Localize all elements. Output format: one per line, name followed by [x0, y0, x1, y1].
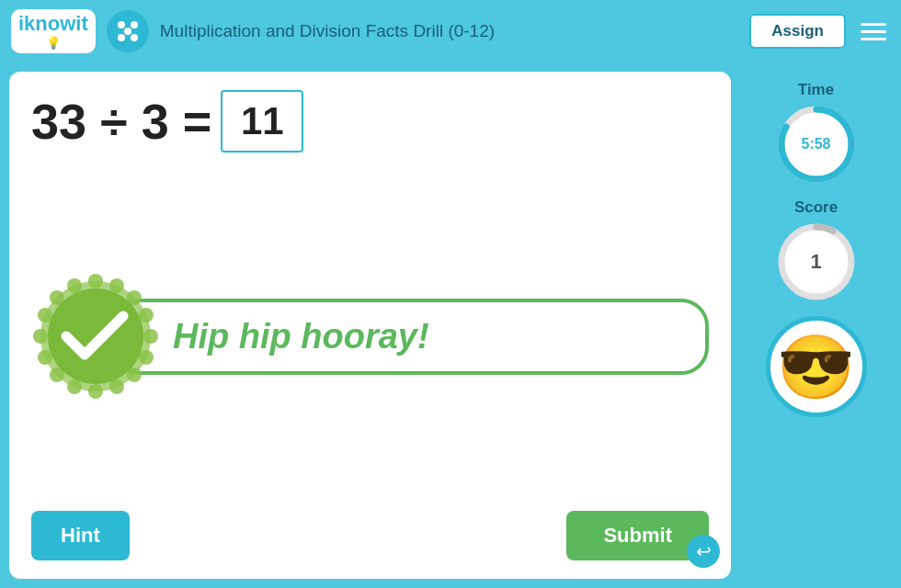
badge-icon — [31, 272, 160, 401]
hint-button[interactable]: Hint — [31, 511, 130, 560]
back-button[interactable]: ↩ — [687, 535, 720, 568]
svg-point-10 — [143, 329, 158, 344]
logo-icon: 💡 — [46, 36, 61, 50]
svg-point-18 — [33, 329, 48, 344]
activity-dots-icon — [114, 17, 142, 45]
time-label: Time — [798, 81, 834, 99]
equation-row: 33 ÷ 3 = 11 — [31, 90, 709, 153]
score-value: 1 — [810, 250, 821, 274]
hamburger-line-2 — [861, 30, 886, 33]
celebration-area: Hip hip hooray! — [31, 180, 709, 492]
logo: iknowit 💡 — [11, 9, 96, 52]
left-panel: 33 ÷ 3 = 11 — [9, 72, 731, 579]
menu-button[interactable] — [857, 19, 890, 44]
emoji-icon: 😎 — [777, 335, 855, 398]
answer-value: 11 — [241, 99, 284, 143]
svg-point-14 — [88, 384, 103, 399]
svg-point-9 — [139, 308, 154, 322]
activity-icon — [107, 10, 149, 52]
back-icon: ↩ — [696, 540, 712, 562]
svg-point-1 — [131, 21, 138, 28]
assign-button[interactable]: Assign — [749, 14, 846, 49]
header: iknowit 💡 Multiplication and Division Fa… — [0, 0, 901, 62]
hamburger-line-3 — [861, 38, 886, 40]
emoji-display: 😎 — [766, 316, 867, 417]
hooray-banner: Hip hip hooray! — [114, 299, 709, 375]
score-label: Score — [794, 198, 838, 217]
hamburger-line-1 — [861, 23, 886, 26]
timer-value: 5:58 — [801, 136, 830, 153]
svg-point-3 — [131, 34, 138, 41]
svg-point-4 — [124, 28, 131, 35]
score-section: Score 1 — [775, 198, 858, 303]
svg-point-13 — [109, 379, 124, 394]
svg-point-6 — [88, 274, 103, 288]
svg-point-15 — [67, 379, 82, 394]
svg-point-2 — [118, 34, 125, 41]
badge-container — [31, 272, 160, 401]
svg-point-17 — [38, 350, 52, 365]
activity-title: Multiplication and Division Facts Drill … — [160, 21, 739, 41]
logo-text: iknowit — [18, 13, 88, 35]
svg-point-21 — [67, 278, 82, 293]
svg-point-0 — [118, 21, 125, 28]
timer-circle: 5:58 — [775, 103, 858, 186]
right-panel: Time 5:58 Score 1 😎 — [740, 72, 892, 579]
time-section: Time 5:58 — [775, 81, 858, 186]
equation-left: 33 ÷ 3 = — [31, 93, 211, 150]
svg-point-7 — [109, 278, 124, 293]
main-area: 33 ÷ 3 = 11 — [0, 62, 901, 588]
score-circle: 1 — [775, 220, 858, 303]
svg-point-19 — [38, 308, 52, 322]
hooray-text: Hip hip hooray! — [173, 317, 429, 356]
answer-box[interactable]: 11 — [221, 90, 303, 153]
bottom-buttons: Hint Submit — [31, 511, 709, 560]
svg-point-11 — [139, 350, 154, 365]
